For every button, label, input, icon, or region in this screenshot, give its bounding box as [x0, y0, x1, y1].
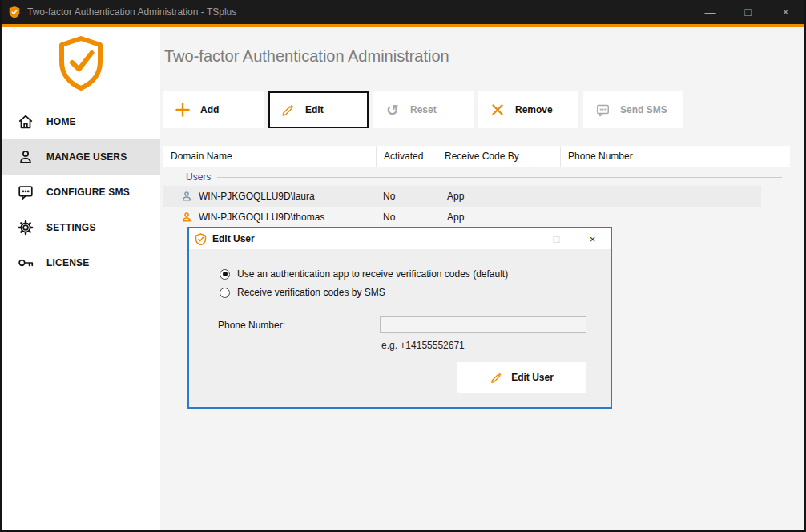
group-header-users: Users	[163, 168, 782, 186]
gear-icon	[16, 219, 35, 236]
row-user-icon	[181, 191, 192, 202]
sidebar: HOME MANAGE USERS	[2, 27, 160, 530]
column-header-domain[interactable]: Domain Name	[163, 146, 377, 167]
reset-button[interactable]: ↺ Reset	[373, 91, 474, 128]
dialog-minimize-icon[interactable]: —	[502, 228, 538, 249]
users-table: Domain Name Activated Receive Code By Ph…	[163, 146, 804, 228]
edit-button[interactable]: Edit	[268, 91, 369, 128]
window-controls: — □ ×	[691, 0, 804, 24]
sidebar-item-license[interactable]: LICENSE	[2, 245, 160, 280]
home-icon	[16, 113, 35, 131]
close-icon[interactable]: ×	[767, 0, 804, 24]
dialog-title: Edit User	[212, 233, 502, 244]
toolbar: Add Edit ↺ Reset	[163, 91, 804, 128]
dialog-shield-icon	[195, 233, 207, 245]
group-divider-line	[217, 177, 782, 178]
pencil-icon	[490, 371, 503, 385]
radio-option-sms[interactable]: Receive verification codes by SMS	[220, 287, 385, 298]
minimize-icon[interactable]: —	[691, 0, 729, 24]
phone-number-input[interactable]	[380, 316, 586, 333]
edit-user-submit-button[interactable]: Edit User	[457, 362, 586, 393]
sidebar-item-label: HOME	[46, 116, 76, 127]
sidebar-item-label: LICENSE	[46, 257, 89, 268]
table-row[interactable]: WIN-PJKGOQLLU9D\thomas No App	[163, 207, 761, 228]
app-window: Two-factor Authentication Administration…	[0, 0, 806, 532]
radio-button-selected[interactable]	[220, 269, 230, 280]
maximize-icon[interactable]: □	[729, 0, 767, 24]
sidebar-item-manage-users[interactable]: MANAGE USERS	[2, 139, 160, 175]
window-title: Two-factor Authentication Administration…	[27, 6, 691, 18]
sidebar-menu: HOME MANAGE USERS	[2, 104, 160, 280]
radio-option-app[interactable]: Use an authentication app to receive ver…	[220, 268, 508, 280]
page-title: Two-factor Authentication Administration	[164, 47, 804, 66]
phone-number-label: Phone Number:	[218, 320, 285, 331]
remove-button[interactable]: Remove	[478, 91, 578, 128]
sidebar-item-label: MANAGE USERS	[46, 151, 127, 163]
sidebar-item-home[interactable]: HOME	[2, 104, 160, 139]
reset-arrow-icon: ↺	[385, 103, 401, 118]
dialog-close-icon[interactable]: ×	[574, 228, 611, 249]
dialog-title-bar: Edit User — □ ×	[189, 228, 611, 249]
title-bar: Two-factor Authentication Administration…	[2, 0, 804, 24]
plus-icon	[175, 103, 191, 117]
sidebar-item-label: SETTINGS	[46, 222, 96, 233]
send-sms-button[interactable]: Send SMS	[583, 91, 683, 128]
sidebar-item-settings[interactable]: SETTINGS	[2, 210, 160, 245]
radio-button-unselected[interactable]	[220, 288, 230, 298]
pencil-icon	[280, 103, 296, 118]
tsplus-shield-logo	[2, 27, 160, 91]
x-icon	[490, 103, 506, 116]
add-button[interactable]: Add	[163, 91, 264, 128]
table-row[interactable]: WIN-PJKGOQLLU9D\laura No App	[163, 186, 761, 207]
sms-bubble-icon	[594, 103, 611, 118]
sidebar-item-configure-sms[interactable]: CONFIGURE SMS	[2, 175, 160, 210]
app-shield-icon	[8, 6, 21, 18]
phone-number-hint: e.g. +14155552671	[381, 340, 465, 351]
column-header-empty	[760, 146, 790, 167]
key-icon	[16, 254, 35, 272]
user-icon	[16, 148, 35, 166]
chat-bubble-icon	[16, 183, 35, 201]
column-header-phone[interactable]: Phone Number	[561, 146, 760, 167]
dialog-maximize-icon: □	[538, 228, 574, 249]
table-header: Domain Name Activated Receive Code By Ph…	[163, 146, 790, 167]
edit-user-dialog: Edit User — □ × Use an authentication ap…	[187, 227, 612, 409]
column-header-activated[interactable]: Activated	[377, 146, 437, 167]
column-header-receive-code-by[interactable]: Receive Code By	[437, 146, 561, 167]
row-user-icon	[181, 212, 192, 223]
sidebar-item-label: CONFIGURE SMS	[46, 187, 130, 198]
dialog-body: Use an authentication app to receive ver…	[189, 249, 611, 409]
